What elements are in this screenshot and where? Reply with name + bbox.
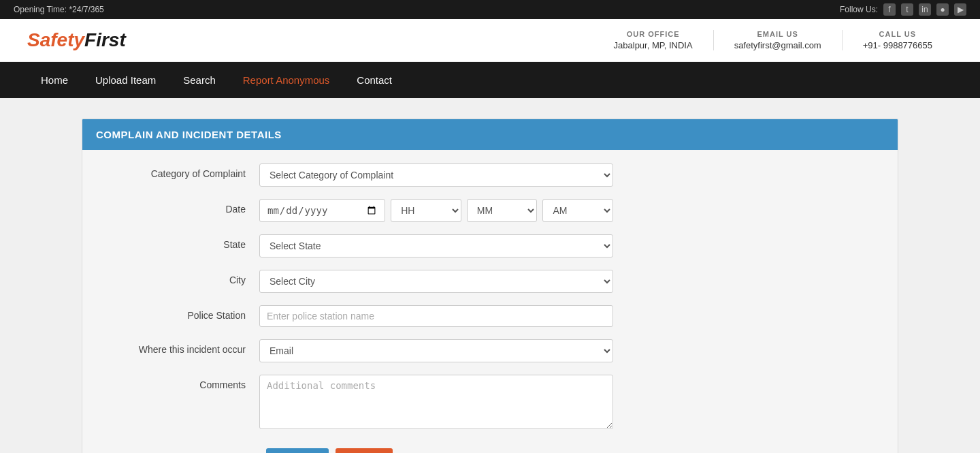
comments-label: Comments — [110, 375, 259, 390]
main-nav: Home Upload Iteam Search Report Anonymou… — [0, 62, 980, 98]
main-content: COMPLAIN AND INCIDENT DETAILS Category o… — [54, 98, 926, 453]
nav-search[interactable]: Search — [169, 62, 229, 98]
submit-button[interactable]: Submit — [266, 448, 329, 453]
category-select[interactable]: Select Category of Complaint Theft Assau… — [259, 163, 613, 187]
form-card-header: COMPLAIN AND INCIDENT DETAILS — [82, 119, 898, 150]
email-info: EMAIL US safetyfirst@gmail.com — [713, 30, 842, 50]
minute-select[interactable]: MM 00 15 30 45 — [467, 199, 538, 222]
nav-contact[interactable]: Contact — [343, 62, 406, 98]
state-row: State Select State Madhya Pradesh Mahara… — [82, 234, 898, 257]
header-contact: OUR OFFICE Jabalpur, MP, INDIA EMAIL US … — [593, 30, 953, 50]
comments-textarea[interactable] — [259, 375, 613, 429]
comments-row: Comments — [82, 375, 898, 429]
police-station-label: Police Station — [110, 305, 259, 321]
youtube-icon[interactable]: ▶ — [954, 3, 966, 16]
date-row: Date HH 01 02 03 12 MM 00 — [82, 199, 898, 222]
state-select[interactable]: Select State Madhya Pradesh Maharashtra … — [259, 234, 613, 257]
nav-report-anonymous[interactable]: Report Anonymous — [229, 62, 344, 98]
follow-us-label: Follow Us: — [840, 5, 878, 14]
hour-select[interactable]: HH 01 02 03 12 — [391, 199, 461, 222]
city-row: City Select City Jabalpur Bhopal Indore — [82, 270, 898, 293]
section-title: COMPLAIN AND INCIDENT DETAILS — [96, 129, 282, 140]
twitter-icon[interactable]: t — [901, 3, 913, 16]
city-label: City — [110, 270, 259, 285]
date-time-group: HH 01 02 03 12 MM 00 15 30 45 — [259, 199, 613, 222]
call-value: +91- 9988776655 — [863, 40, 932, 50]
opening-time: Opening Time: *24/7/365 — [14, 5, 104, 14]
date-input[interactable] — [259, 199, 385, 222]
top-bar: Opening Time: *24/7/365 Follow Us: f t i… — [0, 0, 980, 19]
call-label: CALL US — [863, 30, 932, 38]
city-select[interactable]: Select City Jabalpur Bhopal Indore — [259, 270, 613, 293]
state-label: State — [110, 234, 259, 250]
form-card: COMPLAIN AND INCIDENT DETAILS Category o… — [82, 119, 898, 453]
form-card-body: Category of Complaint Select Category of… — [82, 150, 898, 453]
city-wrap: Select City Jabalpur Bhopal Indore — [259, 270, 613, 293]
police-station-row: Police Station — [82, 305, 898, 327]
nav-home[interactable]: Home — [27, 62, 82, 98]
where-select[interactable]: Email Phone Online In-Person — [259, 339, 613, 362]
police-station-input[interactable] — [259, 305, 613, 327]
instagram-icon[interactable]: ● — [936, 3, 949, 16]
reset-button[interactable]: Reset — [336, 448, 393, 453]
state-wrap: Select State Madhya Pradesh Maharashtra … — [259, 234, 613, 257]
police-station-wrap — [259, 305, 613, 327]
office-value: Jabalpur, MP, INDIA — [614, 40, 693, 50]
call-info: CALL US +91- 9988776655 — [842, 30, 953, 50]
header: SafetyFirst OUR OFFICE Jabalpur, MP, IND… — [0, 19, 980, 62]
form-buttons: Submit Reset — [82, 441, 898, 453]
facebook-icon[interactable]: f — [883, 3, 896, 16]
logo: SafetyFirst — [27, 29, 126, 51]
date-wrap: HH 01 02 03 12 MM 00 15 30 45 — [259, 199, 613, 222]
logo-first: First — [84, 29, 126, 50]
linkedin-icon[interactable]: in — [919, 3, 931, 16]
where-row: Where this incident occur Email Phone On… — [82, 339, 898, 362]
office-info: OUR OFFICE Jabalpur, MP, INDIA — [593, 30, 713, 50]
email-label: EMAIL US — [734, 30, 821, 38]
date-label: Date — [110, 199, 259, 215]
comments-wrap — [259, 375, 613, 429]
logo-safety: Safety — [27, 29, 84, 50]
ampm-select[interactable]: AM PM — [542, 199, 613, 222]
social-icons: Follow Us: f t in ● ▶ — [840, 3, 966, 16]
where-label: Where this incident occur — [110, 339, 259, 355]
category-row: Category of Complaint Select Category of… — [82, 163, 898, 187]
email-value: safetyfirst@gmail.com — [734, 40, 821, 50]
category-wrap: Select Category of Complaint Theft Assau… — [259, 163, 613, 187]
office-label: OUR OFFICE — [614, 30, 693, 38]
category-label: Category of Complaint — [110, 163, 259, 179]
where-wrap: Email Phone Online In-Person — [259, 339, 613, 362]
nav-upload[interactable]: Upload Iteam — [82, 62, 169, 98]
